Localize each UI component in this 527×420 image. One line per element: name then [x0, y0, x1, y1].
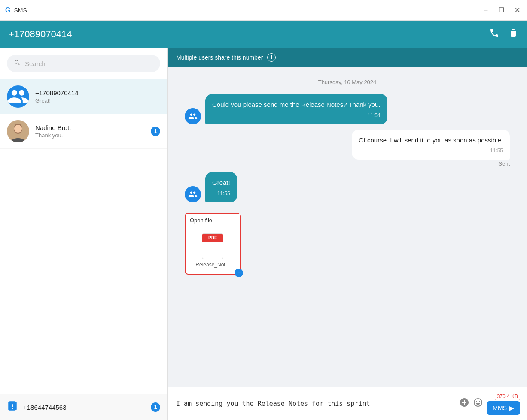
- phone-icon: [489, 28, 500, 38]
- message-bubble: Could you please send me the Release Not…: [205, 94, 387, 124]
- date-divider: Thursday, 16 May 2024: [185, 79, 510, 85]
- bottom-contact-item[interactable]: +18644744563 1: [0, 394, 167, 420]
- search-icon: [14, 59, 21, 68]
- search-box: [7, 55, 160, 72]
- avatar: [7, 85, 29, 108]
- header-phone-number: +17089070414: [9, 29, 72, 40]
- message-input[interactable]: I am sending you the Release Notes for t…: [174, 398, 455, 409]
- title-bar-controls: − ☐ ✕: [482, 4, 522, 16]
- notice-text: Multiple users share this number: [176, 54, 263, 61]
- send-label: MMS: [493, 405, 507, 411]
- sent-label: Sent: [185, 160, 510, 167]
- title-bar-left: G SMS: [5, 6, 27, 14]
- group-avatar-icon: [188, 112, 198, 121]
- list-item[interactable]: +17089070414 Great!: [0, 79, 167, 114]
- avatar: [185, 108, 201, 124]
- pdf-label-text: PDF: [208, 236, 217, 240]
- remove-file-button[interactable]: −: [235, 269, 243, 277]
- bottom-unread-badge: 1: [151, 402, 160, 412]
- delete-button[interactable]: [508, 28, 518, 41]
- contact-list: +17089070414 Great! Nadi: [0, 79, 167, 394]
- contact-preview: Thank you.: [35, 132, 145, 139]
- outgoing-message-group: Of course. I will send it to you as soon…: [185, 130, 510, 167]
- app-title: SMS: [14, 7, 27, 14]
- file-icon-area: PDF Release_Not...: [186, 227, 240, 274]
- attachment-container: Open file − PDF: [185, 213, 510, 275]
- info-icon: i: [267, 53, 276, 62]
- title-bar: G SMS − ☐ ✕: [0, 0, 527, 21]
- message-text: Great!: [212, 178, 230, 188]
- minimize-button[interactable]: −: [482, 4, 490, 16]
- open-file-label[interactable]: Open file: [186, 214, 240, 227]
- pdf-icon: PDF: [202, 233, 223, 259]
- pdf-lines: [210, 242, 215, 253]
- trash-icon: [508, 28, 518, 38]
- chat-notice: Multiple users share this number i: [168, 48, 527, 67]
- message-text: Of course. I will send it to you as soon…: [359, 136, 503, 145]
- contact-info: Nadine Brett Thank you.: [35, 124, 145, 139]
- file-name: Release_Not...: [195, 262, 229, 268]
- avatar: [7, 120, 29, 142]
- maximize-button[interactable]: ☐: [497, 4, 506, 16]
- emoji-button[interactable]: [473, 397, 483, 410]
- send-mms-button[interactable]: MMS ▶: [487, 401, 520, 415]
- message-text: Could you please send me the Release Not…: [212, 100, 381, 110]
- pdf-label-bar: PDF: [202, 234, 223, 242]
- app-logo: G: [5, 6, 10, 14]
- close-button[interactable]: ✕: [513, 4, 522, 16]
- group-icon: [7, 85, 29, 108]
- unread-badge: 1: [151, 127, 160, 136]
- bottom-phone-number: +18644744563: [23, 404, 146, 411]
- contact-name: Nadine Brett: [35, 124, 145, 131]
- input-actions: 370.4 KB MMS ▶: [459, 393, 520, 415]
- message-time: 11:55: [359, 148, 503, 154]
- app-header: +17089070414: [0, 21, 527, 48]
- sidebar: +17089070414 Great! Nadi: [0, 48, 168, 420]
- svg-point-3: [14, 125, 22, 133]
- list-item[interactable]: Nadine Brett Thank you. 1: [0, 114, 167, 149]
- message-row: Great! 11:55: [185, 172, 510, 202]
- person-photo-icon: [7, 120, 29, 142]
- emoji-icon: [473, 397, 483, 408]
- header-actions: [489, 28, 518, 41]
- mms-size-label: 370.4 KB: [495, 393, 520, 400]
- sim-card-icon: [7, 400, 18, 414]
- chat-area: Multiple users share this number i Thurs…: [168, 48, 527, 420]
- send-mms-container: 370.4 KB MMS ▶: [487, 393, 520, 415]
- message-time: 11:54: [212, 112, 381, 118]
- message-bubble: Great! 11:55: [205, 172, 237, 202]
- search-container: [0, 48, 167, 79]
- message-bubble: Of course. I will send it to you as soon…: [352, 130, 510, 160]
- message-row: Of course. I will send it to you as soon…: [185, 130, 510, 160]
- contact-preview: Great!: [35, 97, 160, 104]
- send-arrow-icon: ▶: [509, 405, 514, 411]
- contact-name: +17089070414: [35, 89, 160, 97]
- group-avatar-icon: [188, 190, 198, 199]
- avatar: [185, 186, 201, 202]
- message-row: Could you please send me the Release Not…: [185, 94, 510, 124]
- call-button[interactable]: [489, 28, 500, 41]
- add-attachment-button[interactable]: [459, 397, 469, 410]
- contact-info: +17089070414 Great!: [35, 89, 160, 104]
- search-input[interactable]: [25, 60, 153, 67]
- main-content: +17089070414 Great! Nadi: [0, 48, 527, 420]
- chat-input-area: I am sending you the Release Notes for t…: [168, 387, 527, 420]
- file-card[interactable]: Open file − PDF: [185, 213, 241, 275]
- plus-circle-icon: [459, 397, 469, 408]
- chat-messages: Thursday, 16 May 2024 Could you please s…: [168, 67, 527, 387]
- message-time: 11:55: [212, 190, 230, 196]
